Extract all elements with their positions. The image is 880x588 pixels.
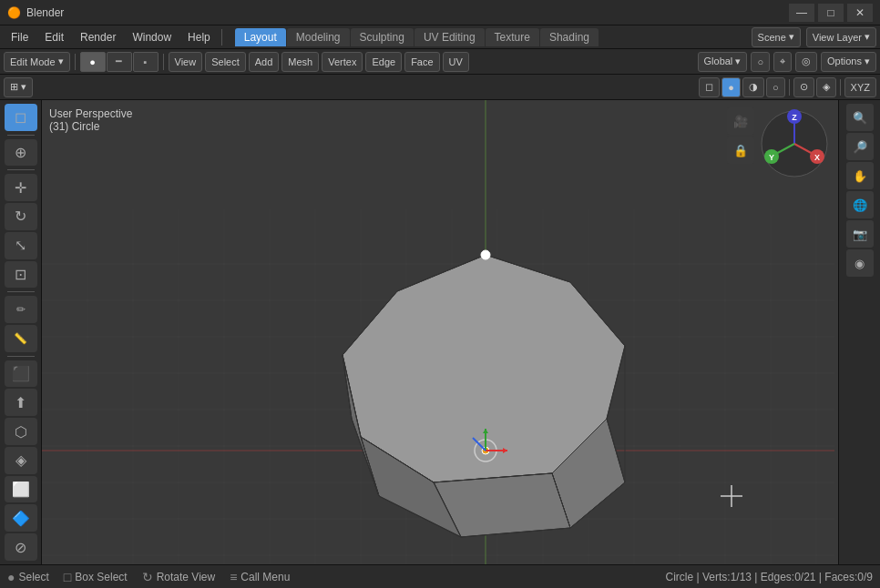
perspective-label: User Perspective (49, 107, 132, 120)
select-label: Select (18, 571, 48, 583)
header-sep-2 (163, 54, 164, 70)
vertex-menu[interactable]: Vertex (322, 52, 363, 72)
add-cube-button[interactable]: ⬛ (5, 360, 37, 388)
svg-text:Z: Z (792, 113, 797, 122)
viewport-shading-wireframe[interactable]: ◻ (699, 77, 720, 97)
pivot-point[interactable]: ◎ (795, 52, 817, 72)
menu-edit[interactable]: Edit (37, 29, 71, 46)
mode-selector[interactable]: Edit Mode ▾ (4, 52, 70, 72)
main-area: ◻ ⊕ ✛ ↻ ⤡ ⊡ ✏ 📏 ⬛ ⬆ ⬡ ◈ ⬜ 🔷 ⊘ (0, 100, 880, 564)
titlebar-left: 🟠 Blender (7, 6, 64, 19)
scale-tool-button[interactable]: ⤡ (5, 232, 37, 259)
menubar: File Edit Render Window Help Layout Mode… (0, 25, 880, 49)
workspace-tabs: Layout Modeling Sculpting UV Editing Tex… (235, 28, 599, 46)
workspace-uv-editing[interactable]: UV Editing (414, 28, 485, 46)
call-menu-icon: ≡ (230, 570, 237, 584)
vertex-select-mode[interactable]: ● (80, 52, 106, 72)
svg-point-40 (481, 250, 490, 259)
viewport-axes[interactable]: XYZ (844, 77, 876, 97)
viewport-3d[interactable]: User Perspective (31) Circle Z X Y (42, 100, 838, 564)
header-area: ⊞ ▾ ◻ ● ◑ ○ ⊙ ◈ XYZ (0, 75, 880, 100)
editor-type[interactable]: ⊞ ▾ (4, 77, 33, 97)
view3d-header: Edit Mode ▾ ● ━ ▪ View Select Add Mesh V… (0, 49, 880, 75)
overlay-toggle[interactable]: ⊙ (793, 77, 814, 97)
add-menu[interactable]: Add (249, 52, 280, 72)
view-menu[interactable]: View (169, 52, 203, 72)
move-tool-button[interactable]: ✛ (5, 174, 37, 201)
annotate-tool-button[interactable]: ✏ (5, 296, 37, 323)
loop-cut-button[interactable]: ⬜ (5, 476, 37, 503)
scene-selector[interactable]: Scene ▾ (752, 27, 801, 47)
navigation-gizmo[interactable]: Z X Y (758, 107, 831, 180)
display-mode-button[interactable]: ◉ (846, 249, 874, 277)
menu-render[interactable]: Render (73, 29, 123, 46)
cursor-tool-button[interactable]: ⊕ (5, 139, 37, 167)
workspace-shading[interactable]: Shading (540, 28, 599, 46)
workspace-sculpting[interactable]: Sculpting (351, 28, 414, 46)
edge-select-mode[interactable]: ━ (107, 52, 132, 72)
toolbar-separator-2 (7, 169, 35, 170)
bevel-button[interactable]: ◈ (5, 447, 37, 474)
orbit-button[interactable]: 🌐 (846, 191, 874, 218)
options-menu[interactable]: Options ▾ (821, 52, 876, 72)
view-camera-button[interactable]: 🎥 (727, 107, 754, 135)
rotate-tool-button[interactable]: ↻ (5, 203, 37, 230)
zoom-out-button[interactable]: 🔎 (846, 133, 874, 160)
workspace-texture[interactable]: Texture (486, 28, 539, 46)
edge-menu[interactable]: Edge (365, 52, 402, 72)
menu-file[interactable]: File (4, 29, 36, 46)
mesh-menu[interactable]: Mesh (281, 52, 319, 72)
rotate-icon: ↻ (142, 570, 153, 584)
header-sep-1 (75, 54, 76, 70)
status-box-select: □ Box Select (64, 570, 128, 584)
statusbar: ● Select □ Box Select ↻ Rotate View ≡ Ca… (0, 564, 880, 588)
mesh-select-modes: ● ━ ▪ (80, 52, 159, 72)
close-button[interactable]: ✕ (847, 4, 873, 22)
menu-separator-1 (221, 29, 222, 46)
camera-view-button[interactable]: 📷 (846, 220, 874, 248)
snapping[interactable]: ⌖ (773, 52, 792, 72)
maximize-button[interactable]: □ (818, 4, 844, 22)
select-mouse-icon: ● (7, 570, 15, 584)
viewport-shading-solid[interactable]: ● (721, 77, 741, 97)
select-menu[interactable]: Select (205, 52, 246, 72)
svg-text:X: X (814, 153, 820, 162)
workspace-layout[interactable]: Layout (235, 28, 286, 46)
xray-sep (840, 79, 841, 96)
call-menu-label: Call Menu (240, 571, 290, 583)
workspace-modeling[interactable]: Modeling (287, 28, 350, 46)
left-toolbar: ◻ ⊕ ✛ ↻ ⤡ ⊡ ✏ 📏 ⬛ ⬆ ⬡ ◈ ⬜ 🔷 ⊘ (0, 100, 42, 564)
extrude-button[interactable]: ⬆ (5, 389, 37, 416)
titlebar-controls: — □ ✕ (789, 4, 873, 22)
view-layer-selector[interactable]: View Layer ▾ (806, 27, 876, 47)
measure-tool-button[interactable]: 📏 (5, 325, 37, 352)
viewport-svg (42, 100, 838, 564)
view-lock-button[interactable]: 🔒 (727, 137, 754, 164)
viewport-shading-material[interactable]: ◑ (742, 77, 764, 97)
pan-button[interactable]: ✋ (846, 162, 874, 189)
select-tool-button[interactable]: ◻ (5, 104, 37, 131)
object-name-label: (31) Circle (49, 120, 132, 133)
bisect-button[interactable]: ⊘ (5, 533, 37, 561)
viewport-shading-rendered[interactable]: ○ (766, 77, 785, 97)
toolbar-separator-4 (7, 356, 35, 357)
uv-menu[interactable]: UV (443, 52, 469, 72)
face-select-mode[interactable]: ▪ (133, 52, 159, 72)
box-select-icon: □ (64, 570, 71, 584)
global-transform[interactable]: Global ▾ (698, 52, 748, 72)
zoom-in-button[interactable]: 🔍 (846, 104, 874, 131)
menu-help[interactable]: Help (180, 29, 218, 46)
face-menu[interactable]: Face (404, 52, 439, 72)
rotate-label: Rotate View (157, 571, 215, 583)
knife-button[interactable]: 🔷 (5, 504, 37, 532)
proportional-editing[interactable]: ○ (751, 52, 770, 72)
menu-window[interactable]: Window (125, 29, 179, 46)
toolbar-separator-3 (7, 291, 35, 292)
status-call-menu: ≡ Call Menu (230, 570, 290, 584)
inset-button[interactable]: ⬡ (5, 418, 37, 445)
toolbar-separator-1 (7, 135, 35, 136)
xray-toggle[interactable]: ◈ (816, 77, 836, 97)
minimize-button[interactable]: — (789, 4, 814, 22)
transform-tool-button[interactable]: ⊡ (5, 261, 37, 289)
shading-sep (789, 79, 790, 96)
